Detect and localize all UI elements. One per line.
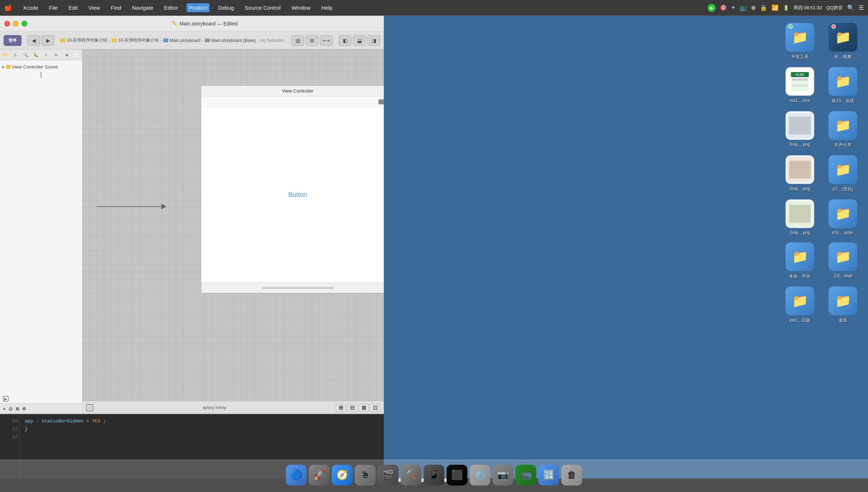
editor-mode-version[interactable]: ⟷ [320, 35, 333, 46]
nav-add-button[interactable]: + [3, 406, 6, 412]
menu-find[interactable]: Find [109, 3, 123, 12]
menu-source-control[interactable]: Source Control [242, 3, 283, 12]
menu-editor[interactable]: Editor [162, 3, 180, 12]
desktop-item-zjl[interactable]: 📁 ZJL...etail [825, 242, 861, 279]
desktop-item-snip1[interactable]: Snip....png [782, 111, 818, 148]
editor-mode-assistant[interactable]: ⊞ [306, 35, 319, 46]
breadcrumb-item-1[interactable]: 10-应用程序对象介绍 [67, 37, 107, 43]
dock-terminal[interactable]: ⬛ [447, 465, 467, 486]
maximize-button[interactable] [22, 21, 27, 27]
vc-button-element[interactable]: Button [288, 191, 307, 199]
vc-header-status-dots [378, 99, 384, 104]
menu-qq[interactable]: QQ拼音 [826, 5, 843, 11]
dock-finder[interactable]: 🔵 [286, 465, 307, 486]
menu-lock-icon[interactable]: 🔒 [760, 4, 767, 11]
dock-launchpad[interactable]: 🚀 [309, 465, 330, 486]
mouse-icon: 🖱 [360, 469, 370, 481]
apple-logo-icon[interactable]: 🍎 [4, 4, 12, 12]
menu-add-icon[interactable]: + [731, 4, 735, 11]
menu-wifi-icon[interactable]: 📶 [772, 4, 779, 11]
nav-tab-warning[interactable]: ⚠ [10, 49, 21, 60]
desktop-item-ksi[interactable]: 📁 KSI....aster [825, 199, 861, 235]
canvas-view-btn-3[interactable]: ⊠ [359, 404, 369, 412]
nav-tab-folder[interactable]: 📁 [0, 49, 10, 60]
nav-tab-breakpoints[interactable]: ◈ [62, 49, 72, 60]
menu-edit[interactable]: Edit [66, 3, 80, 12]
menu-xcode[interactable]: Xcode [21, 3, 41, 12]
menu-window[interactable]: Window [289, 3, 312, 12]
dock-iphone-sim[interactable]: 📱 [424, 465, 444, 486]
panel-toggle-left[interactable]: ◧ [339, 35, 352, 46]
breadcrumb-item-3[interactable]: Main.storyboard [170, 38, 201, 43]
panel-toggle-bottom[interactable]: ⬓ [353, 35, 366, 46]
breadcrumb-item-4[interactable]: Main.storyboard (Base) [211, 38, 256, 43]
folder-icon-unnamed: 📁 [792, 249, 808, 264]
desktop-item-xlsx[interactable]: XLSX ios1....xlsx [782, 67, 818, 104]
desktop-item-chepai[interactable]: 📁 车丹分享 [825, 111, 861, 148]
menu-zoom-icon[interactable]: ⊕ [751, 4, 756, 11]
minimize-button[interactable] [13, 21, 19, 27]
menu-file[interactable]: File [47, 3, 60, 12]
menu-list-icon[interactable]: ☰ [859, 4, 864, 11]
vc-horizontal-scrollbar[interactable] [262, 287, 334, 289]
nav-tab-report[interactable]: 📄 [72, 49, 82, 60]
nav-tab-search[interactable]: 🔍 [20, 49, 31, 60]
storyboard-canvas[interactable]: View Controller Button ◻ [82, 49, 384, 414]
pause-button[interactable]: 暂停 [4, 35, 22, 46]
menu-run-btn[interactable]: ▶ [708, 4, 716, 12]
panel-toggle-right[interactable]: ◨ [367, 35, 380, 46]
breadcrumb-item-2[interactable]: 10-应用程序对象介绍 [118, 37, 159, 43]
nav-tab-issues[interactable]: 🐛 [31, 49, 41, 60]
dock-facetime[interactable]: 📹 [515, 465, 536, 486]
dock-quicktime[interactable]: 🎬 [378, 465, 398, 486]
back-nav-button[interactable]: ◀ [27, 35, 40, 46]
desktop-item-zhuomian[interactable]: 📁 桌面 [825, 287, 861, 323]
menu-help[interactable]: Help [319, 3, 335, 12]
desktop-item-unnamed-folder[interactable]: 📁 未命…件夹 [782, 242, 818, 279]
nav-filter-button[interactable]: ⊙ [9, 406, 13, 412]
desktop-item-ios1-shiti[interactable]: 📁 ios1…试题 [782, 287, 818, 323]
close-button[interactable] [4, 21, 10, 27]
dock-keypad[interactable]: 🔢 [538, 465, 559, 486]
nav-history-button[interactable]: ⊞ [16, 406, 19, 411]
initial-vc-arrow [97, 204, 166, 209]
menu-battery-icon[interactable]: 🔋 [783, 5, 789, 11]
dock-xcode-tools[interactable]: 🔨 [401, 465, 421, 486]
menu-screen-icon[interactable]: 📺 [740, 4, 747, 11]
dock-trash[interactable]: 🗑 [561, 465, 582, 486]
view-controller-scene[interactable]: View Controller Button [201, 85, 384, 293]
dock-mouse[interactable]: 🖱 [355, 465, 376, 486]
desktop-item-video[interactable]: 📁 未…视频 [825, 23, 861, 60]
folder-icon-kaifagongju: 📁 [792, 30, 808, 45]
menu-target-icon[interactable]: 🎯 [720, 4, 727, 11]
canvas-view-btn-4[interactable]: ⊡ [370, 404, 380, 412]
dock-system-preferences[interactable]: ⚙️ [470, 465, 490, 486]
menu-navigate[interactable]: Navigate [130, 3, 155, 12]
nav-collapse-btn[interactable]: ▶ [3, 396, 9, 402]
folder-status-red-dot [831, 24, 836, 29]
editor-mode-standard[interactable]: ▤ [291, 35, 304, 46]
menu-debug[interactable]: Debug [216, 3, 236, 12]
dock-safari[interactable]: 🧭 [332, 465, 353, 486]
forward-nav-button[interactable]: ▶ [42, 35, 55, 46]
desktop-item-di13[interactable]: 📁 第13…业绩 [825, 67, 861, 104]
nav-tab-debug[interactable]: ⊳ [51, 49, 62, 60]
desktop-row-2: XLSX ios1....xlsx [782, 67, 861, 104]
canvas-zoom-out-btn[interactable]: ◻ [86, 404, 93, 411]
desktop-folder-video-icon: 📁 [829, 23, 857, 52]
menu-view[interactable]: View [86, 3, 102, 12]
nav-tab-test[interactable]: ✓ [41, 49, 52, 60]
canvas-view-btn-2[interactable]: ⊟ [347, 404, 357, 412]
vc-content-area[interactable]: Button [201, 107, 384, 282]
canvas-view-btn-1[interactable]: ⊞ [336, 404, 346, 412]
menu-search-icon[interactable]: 🔍 [847, 4, 854, 11]
nav-root-item[interactable]: ▶ View Controller Scene [1, 63, 81, 71]
desktop-item-07youhua[interactable]: 📁 07…(优化) [825, 155, 861, 192]
dock-photos[interactable]: 📷 [492, 465, 513, 486]
desktop-item-snip2[interactable]: Snip....png [782, 155, 818, 192]
desktop-item-kaifagongju[interactable]: ● 📁 开发工具 [782, 23, 818, 60]
cursor-indicator: | [1, 71, 81, 78]
menu-product[interactable]: Product [187, 3, 209, 12]
nav-settings-button[interactable]: ⚙ [22, 406, 26, 411]
desktop-item-snip3[interactable]: Snip....png [782, 199, 818, 235]
